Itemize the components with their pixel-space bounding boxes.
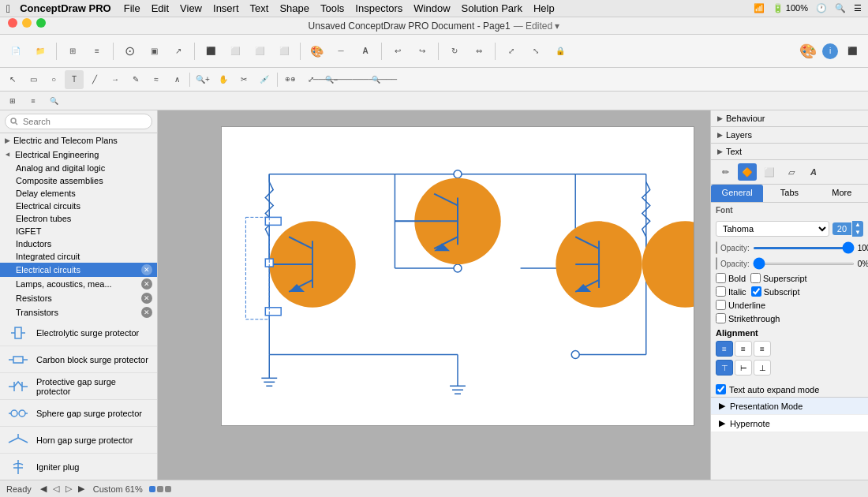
text-expand-checkbox[interactable] — [716, 384, 726, 394]
new-button[interactable]: 📄 — [5, 40, 27, 62]
tree-item-composite[interactable]: Composite assemblies — [0, 174, 157, 187]
menu-window[interactable]: Window — [413, 2, 450, 14]
flip-button[interactable]: ⇔ — [468, 40, 490, 62]
open-button[interactable]: 📁 — [29, 40, 51, 62]
group-button[interactable]: ⬜ — [273, 40, 295, 62]
opacity-slider-1[interactable] — [753, 247, 855, 249]
opacity-slider-2[interactable] — [753, 263, 855, 265]
shape-item-sphere[interactable]: Sphere gap surge protector — [0, 400, 157, 427]
tree-item-electrical-circuits[interactable]: Electrical circuits ✕ — [0, 263, 157, 277]
italic-checkbox[interactable] — [716, 286, 726, 297]
shape-button[interactable]: ▣ — [143, 40, 165, 62]
text-tool[interactable]: T — [65, 70, 84, 89]
tree-item-lamps[interactable]: Lamps, acoustics, mea... ✕ — [0, 277, 157, 291]
pen-tool[interactable]: ✎ — [126, 70, 145, 89]
tree-item-analog[interactable]: Analog and digital logic — [0, 162, 157, 174]
tree-item-igfet[interactable]: IGFET — [0, 225, 157, 237]
maximize-button[interactable] — [36, 18, 46, 28]
info-button[interactable]: i — [822, 43, 838, 59]
tree-item-resistors[interactable]: Resistors ✕ — [0, 291, 157, 305]
color-picker-button[interactable]: 🎨 — [797, 40, 819, 62]
search-menu-icon[interactable]: 🔍 — [835, 3, 846, 13]
text-fill-icon[interactable]: 🔶 — [738, 163, 757, 181]
font-button[interactable]: A — [354, 40, 376, 62]
text-shadow-icon[interactable]: ▱ — [782, 163, 801, 181]
text-section-header[interactable]: ▶ Text — [711, 144, 868, 160]
align-middle-button[interactable]: ⊢ — [735, 360, 752, 376]
text-format-icon[interactable]: A — [804, 163, 823, 181]
font-size-down[interactable]: ▼ — [852, 229, 863, 237]
tree-item-delay[interactable]: Delay elements — [0, 187, 157, 200]
italic-check[interactable]: Italic — [716, 286, 746, 297]
search-input[interactable] — [5, 114, 152, 129]
zoom-out-icon[interactable]: 🔍 — [366, 70, 385, 89]
strikethrough-checkbox[interactable] — [716, 313, 726, 323]
select-tool[interactable]: ↖ — [3, 70, 22, 89]
page-dot-1[interactable] — [149, 486, 155, 492]
rotate-button[interactable]: ↻ — [443, 40, 466, 62]
sidebar-grid-icon[interactable]: ⊞ — [3, 92, 22, 110]
polyline-tool[interactable]: ∧ — [167, 70, 186, 89]
connect-button[interactable]: ⊙ — [118, 40, 140, 62]
close-badge-lamps[interactable]: ✕ — [141, 278, 152, 290]
strikethrough-check[interactable]: Strikethrough — [716, 313, 780, 323]
close-badge-transistors[interactable]: ✕ — [141, 307, 152, 318]
drawing-canvas[interactable] — [221, 126, 694, 426]
shape-item-protective[interactable]: Protective gap surge protector — [0, 373, 157, 400]
align-right-button[interactable]: ≡ — [754, 341, 771, 357]
tree-item-transistors[interactable]: Transistors ✕ — [0, 305, 157, 320]
close-badge-resistors[interactable]: ✕ — [141, 293, 152, 304]
sidebar-list-icon[interactable]: ≡ — [24, 92, 43, 110]
menu-text[interactable]: Text — [250, 2, 269, 14]
behaviour-section[interactable]: ▶ Behaviour — [711, 110, 868, 127]
expand-button[interactable]: ⤢ — [500, 40, 522, 62]
text-pen-icon[interactable]: ✏ — [716, 163, 735, 181]
text-border-icon[interactable]: ⬜ — [760, 163, 779, 181]
color-swatch-stroke[interactable] — [716, 257, 717, 270]
connection-tool[interactable]: ⊕⊕ — [281, 70, 300, 89]
shape-item-carbon[interactable]: Carbon block surge protector — [0, 346, 157, 373]
list-view-button[interactable]: ≡ — [86, 40, 108, 62]
tree-item-inductors[interactable]: Inductors — [0, 237, 157, 250]
dropdown-presentation[interactable]: ▶ Presentation Mode — [711, 398, 868, 415]
page-next-button[interactable]: ▷ — [63, 484, 74, 494]
pan-tool[interactable]: ✋ — [214, 70, 233, 89]
scroll-right-button[interactable]: ▶ — [76, 484, 87, 494]
ellipse-tool[interactable]: ○ — [44, 70, 63, 89]
redo-button[interactable]: ↪ — [411, 40, 433, 62]
superscript-checkbox[interactable] — [750, 273, 761, 283]
shape-item-horn[interactable]: Horn gap surge protector — [0, 427, 157, 454]
crop-tool[interactable]: ✂ — [234, 70, 253, 89]
menu-file[interactable]: File — [124, 2, 140, 14]
bold-checkbox[interactable] — [716, 273, 726, 283]
menu-inspectors[interactable]: Inspectors — [355, 2, 402, 14]
menu-edit[interactable]: Edit — [152, 2, 169, 14]
page-dot-2[interactable] — [157, 486, 163, 492]
line-button[interactable]: ─ — [330, 40, 352, 62]
align-center-button[interactable]: ⬜ — [224, 40, 246, 62]
underline-checkbox[interactable] — [716, 300, 726, 310]
page-dot-3[interactable] — [165, 486, 171, 492]
menu-solution-park[interactable]: Solution Park — [462, 2, 522, 14]
menu-help[interactable]: Help — [533, 2, 555, 14]
layers-section[interactable]: ▶ Layers — [711, 127, 868, 144]
shape-item-electrolytic[interactable]: Electrolytic surge protector — [0, 320, 157, 346]
distribute-button[interactable]: ⬜ — [249, 40, 271, 62]
rect-tool[interactable]: ▭ — [24, 70, 43, 89]
dropdown-hypernote[interactable]: ▶ Hypernote — [711, 415, 868, 432]
superscript-check[interactable]: Superscript — [750, 273, 807, 283]
menu-tools[interactable]: Tools — [320, 2, 344, 14]
canvas-area[interactable] — [158, 110, 710, 480]
menu-shape[interactable]: Shape — [279, 2, 309, 14]
grid-view-button[interactable]: ⊞ — [62, 40, 84, 62]
panel-toggle[interactable]: ⬛ — [841, 40, 863, 62]
undo-button[interactable]: ↩ — [387, 40, 409, 62]
align-left-button[interactable]: ≡ — [716, 341, 733, 357]
contract-button[interactable]: ⤡ — [525, 40, 547, 62]
tab-general[interactable]: General — [711, 185, 763, 202]
zoom-in-tool[interactable]: 🔍+ — [193, 70, 212, 89]
sidebar-search-icon[interactable]: 🔍 — [44, 92, 63, 110]
font-family-select[interactable]: Tahoma — [716, 221, 829, 237]
close-button[interactable] — [8, 18, 17, 28]
menu-view[interactable]: View — [180, 2, 202, 14]
